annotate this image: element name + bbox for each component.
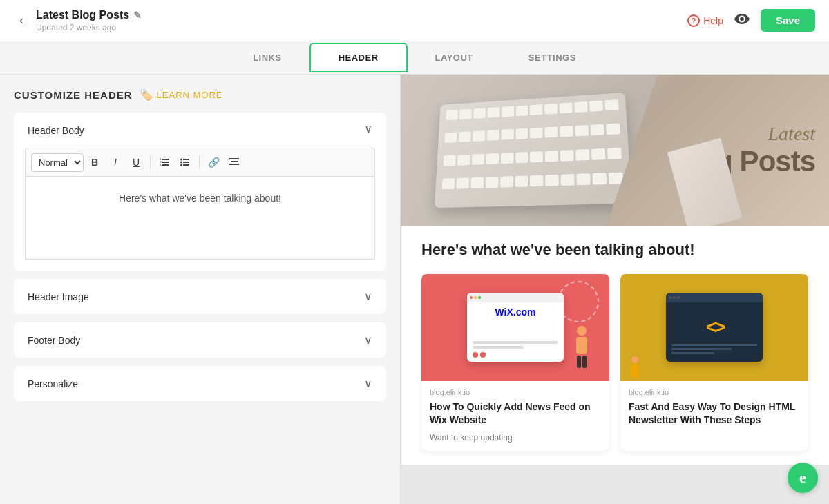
header-image-label: Header Image [28,291,89,302]
chevron-down-icon-1: ∨ [364,290,372,303]
footer-body-label: Footer Body [28,335,80,346]
help-button[interactable]: ? Help [687,14,723,27]
tab-links[interactable]: LINKS [225,44,309,71]
back-button[interactable]: ‹ [14,10,29,30]
editor-toolbar: Normal B I U 1.2.3. 🔗 [25,148,375,177]
unordered-list-button[interactable] [175,153,195,172]
tab-header[interactable]: HEADER [309,43,408,72]
keyboard-visual [435,93,632,208]
card-meta-1: blog.elink.io [421,381,609,398]
figure-head [577,326,587,336]
preview-content: Here's what we've been talking about! [401,226,829,465]
wix-dashed-circle [558,281,599,322]
chevron-down-icon-3: ∨ [364,377,372,390]
wix-line-2 [473,346,524,349]
nav-tabs: LINKS HEADER LAYOUT SETTINGS [0,41,829,75]
code-person [631,356,639,378]
align-button[interactable] [225,153,244,172]
top-bar: ‹ Latest Blog Posts ✎ Updated 2 weeks ag… [0,0,829,41]
learn-icon: 🏷️ [140,88,154,101]
accordion-header-image-header[interactable]: Header Image ∨ [14,279,386,314]
toolbar-divider-2 [199,155,200,169]
svg-rect-7 [183,159,189,160]
code-browser-bar [666,293,763,302]
bold-button[interactable]: B [85,153,104,172]
ordered-list-button[interactable]: 1.2.3. [155,153,174,172]
code-lines [671,344,757,356]
code-line-2 [671,348,732,350]
card-image-2: <> [620,274,808,381]
help-label: Help [703,15,723,26]
wix-logo: WiX.com [495,307,536,318]
dot-yellow [474,296,477,299]
code-browser: <> [666,293,763,362]
card-meta-2: blog.elink.io [620,381,808,398]
accordion-header-body: Header Body ∧ Normal B I U 1.2.3. [14,113,386,271]
svg-rect-0 [162,159,169,160]
wix-browser: WiX.com [467,293,564,362]
underline-button[interactable]: U [126,153,146,172]
help-icon: ? [687,14,700,27]
tab-layout[interactable]: LAYOUT [408,44,501,71]
wix-illustration: WiX.com [421,274,609,381]
learn-more-label: Learn More [157,90,223,100]
wix-line-1 [473,341,558,344]
code-line-1 [671,344,757,346]
chevron-up-icon: ∧ [364,124,372,137]
panel-title: CUSTOMIZE HEADER 🏷️ Learn More [14,88,386,101]
left-panel: CUSTOMIZE HEADER 🏷️ Learn More Header Bo… [0,75,401,504]
eye-icon [734,14,750,25]
dot-red [470,296,473,299]
preview-subtitle: Here's what we've been talking about! [421,240,808,260]
edit-title-icon[interactable]: ✎ [133,10,142,21]
wix-figure [568,326,595,374]
accordion-personalize-header[interactable]: Personalize ∨ [14,366,386,401]
top-bar-right: ? Help Save [687,9,815,32]
link-button[interactable]: 🔗 [204,153,223,172]
learn-more-link[interactable]: 🏷️ Learn More [140,88,223,101]
card-excerpt-1: Want to keep updating [421,433,609,451]
editor-text: Here's what we've been talking about! [119,193,281,204]
italic-button[interactable]: I [106,153,125,172]
right-preview: Latest Blog Posts Here's what we've been… [401,75,829,504]
blog-card-2: <> [620,274,808,451]
save-button[interactable]: Save [761,9,815,32]
figure-body [576,337,587,354]
svg-rect-1 [162,162,169,163]
wix-dot-2 [480,352,486,358]
wix-red-dots [473,352,486,358]
card-title-1: How To Quickly Add News Feed on Wix Webs… [421,398,609,433]
editor-area[interactable]: Here's what we've been talking about! [25,177,375,260]
tab-settings[interactable]: SETTINGS [501,44,604,71]
code-dot-1 [669,296,671,299]
code-dot-3 [677,296,680,299]
svg-rect-2 [162,164,169,166]
main-layout: CUSTOMIZE HEADER 🏷️ Learn More Header Bo… [0,75,829,504]
wix-dot-1 [473,352,478,358]
svg-rect-12 [229,158,239,159]
accordion-header-body-content: Normal B I U 1.2.3. 🔗 [14,148,386,271]
page-title-text: Latest Blog Posts [36,9,129,21]
header-body-label: Header Body [28,125,84,136]
align-icon [229,158,239,166]
code-chevrons: <> [706,316,723,338]
wix-content-lines [473,341,558,351]
panel-title-text: CUSTOMIZE HEADER [14,89,133,101]
preview-button[interactable] [734,12,750,28]
accordion-header-body-header[interactable]: Header Body ∧ [14,113,386,148]
figure-legs [568,356,595,368]
accordion-footer-body-header[interactable]: Footer Body ∨ [14,322,386,358]
unordered-list-icon [180,157,190,167]
hero-latest-text: Latest [671,123,815,145]
blog-cards: WiX.com [421,274,808,451]
accordion-personalize: Personalize ∨ [14,366,386,401]
code-illustration: <> [620,274,808,381]
svg-point-8 [180,162,182,164]
svg-rect-14 [229,164,239,165]
personalize-label: Personalize [28,378,78,389]
svg-point-10 [180,164,182,166]
card-title-2: Fast And Easy Way To Design HTML Newslet… [620,398,808,433]
format-select[interactable]: Normal [31,153,84,172]
accordion-header-image: Header Image ∨ [14,279,386,314]
cp-body [631,364,639,378]
